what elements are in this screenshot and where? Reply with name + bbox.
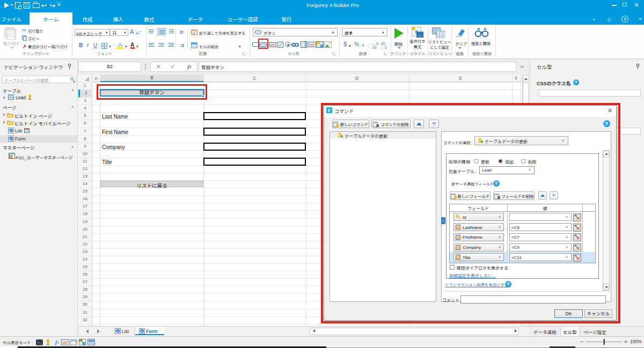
svg-text:e: e <box>141 329 143 334</box>
svg-text:↔: ↔ <box>418 33 422 38</box>
svg-text:e: e <box>116 329 119 334</box>
svg-text:e: e <box>10 137 12 142</box>
svg-text:e: e <box>10 129 12 134</box>
